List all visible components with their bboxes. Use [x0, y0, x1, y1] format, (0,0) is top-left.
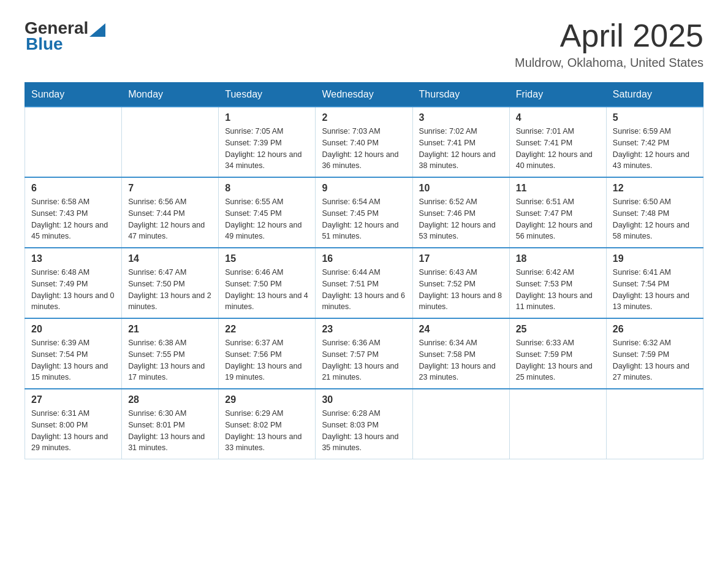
calendar-week-4: 20Sunrise: 6:39 AMSunset: 7:54 PMDayligh… — [25, 318, 703, 389]
day-number: 12 — [613, 183, 697, 194]
calendar-cell: 28Sunrise: 6:30 AMSunset: 8:01 PMDayligh… — [122, 389, 219, 459]
calendar-cell: 15Sunrise: 6:46 AMSunset: 7:50 PMDayligh… — [219, 248, 316, 318]
calendar-cell: 30Sunrise: 6:28 AMSunset: 8:03 PMDayligh… — [316, 389, 412, 459]
logo: General Blue — [25, 18, 105, 54]
calendar-cell: 18Sunrise: 6:42 AMSunset: 7:53 PMDayligh… — [509, 248, 606, 318]
calendar-cell: 10Sunrise: 6:52 AMSunset: 7:46 PMDayligh… — [412, 177, 509, 248]
day-info: Sunrise: 6:51 AMSunset: 7:47 PMDaylight:… — [516, 196, 600, 242]
calendar-week-3: 13Sunrise: 6:48 AMSunset: 7:49 PMDayligh… — [25, 248, 703, 318]
day-info: Sunrise: 6:31 AMSunset: 8:00 PMDaylight:… — [31, 408, 115, 454]
day-number: 8 — [225, 183, 309, 194]
day-number: 15 — [225, 253, 309, 264]
calendar-cell: 12Sunrise: 6:50 AMSunset: 7:48 PMDayligh… — [606, 177, 703, 248]
day-info: Sunrise: 6:56 AMSunset: 7:44 PMDaylight:… — [128, 196, 212, 242]
day-info: Sunrise: 6:29 AMSunset: 8:02 PMDaylight:… — [225, 408, 309, 454]
calendar-cell: 19Sunrise: 6:41 AMSunset: 7:54 PMDayligh… — [606, 248, 703, 318]
day-number: 16 — [322, 253, 406, 264]
day-info: Sunrise: 6:42 AMSunset: 7:53 PMDaylight:… — [516, 267, 600, 313]
day-header-wednesday: Wednesday — [316, 83, 412, 107]
calendar-cell: 26Sunrise: 6:32 AMSunset: 7:59 PMDayligh… — [606, 318, 703, 389]
calendar-cell: 13Sunrise: 6:48 AMSunset: 7:49 PMDayligh… — [25, 248, 122, 318]
day-header-friday: Friday — [509, 83, 606, 107]
day-number: 14 — [128, 253, 212, 264]
location-title: Muldrow, Oklahoma, United States — [515, 56, 703, 70]
month-title: April 2025 — [515, 18, 703, 53]
day-number: 30 — [322, 394, 406, 405]
day-info: Sunrise: 7:01 AMSunset: 7:41 PMDaylight:… — [516, 126, 600, 172]
day-number: 5 — [613, 112, 697, 123]
day-info: Sunrise: 6:30 AMSunset: 8:01 PMDaylight:… — [128, 408, 212, 454]
calendar-table: SundayMondayTuesdayWednesdayThursdayFrid… — [25, 82, 703, 459]
day-number: 22 — [225, 324, 309, 335]
day-number: 24 — [419, 324, 503, 335]
calendar-cell — [509, 389, 606, 459]
calendar-cell — [412, 389, 509, 459]
calendar-cell: 8Sunrise: 6:55 AMSunset: 7:45 PMDaylight… — [219, 177, 316, 248]
calendar-cell — [606, 389, 703, 459]
calendar-header-row: SundayMondayTuesdayWednesdayThursdayFrid… — [25, 83, 703, 107]
calendar-cell: 16Sunrise: 6:44 AMSunset: 7:51 PMDayligh… — [316, 248, 412, 318]
day-info: Sunrise: 6:37 AMSunset: 7:56 PMDaylight:… — [225, 337, 309, 383]
calendar-cell: 25Sunrise: 6:33 AMSunset: 7:59 PMDayligh… — [509, 318, 606, 389]
calendar-cell: 5Sunrise: 6:59 AMSunset: 7:42 PMDaylight… — [606, 107, 703, 177]
day-header-sunday: Sunday — [25, 83, 122, 107]
day-number: 13 — [31, 253, 115, 264]
day-info: Sunrise: 6:48 AMSunset: 7:49 PMDaylight:… — [31, 267, 115, 313]
day-number: 23 — [322, 324, 406, 335]
day-number: 7 — [128, 183, 212, 194]
day-info: Sunrise: 7:02 AMSunset: 7:41 PMDaylight:… — [419, 126, 503, 172]
calendar-cell: 20Sunrise: 6:39 AMSunset: 7:54 PMDayligh… — [25, 318, 122, 389]
day-number: 28 — [128, 394, 212, 405]
day-header-thursday: Thursday — [412, 83, 509, 107]
day-header-monday: Monday — [122, 83, 219, 107]
day-info: Sunrise: 6:54 AMSunset: 7:45 PMDaylight:… — [322, 196, 406, 242]
svg-marker-0 — [89, 23, 105, 37]
day-number: 29 — [225, 394, 309, 405]
day-info: Sunrise: 6:47 AMSunset: 7:50 PMDaylight:… — [128, 267, 212, 313]
day-number: 4 — [516, 112, 600, 123]
calendar-cell: 14Sunrise: 6:47 AMSunset: 7:50 PMDayligh… — [122, 248, 219, 318]
calendar-cell: 24Sunrise: 6:34 AMSunset: 7:58 PMDayligh… — [412, 318, 509, 389]
day-number: 25 — [516, 324, 600, 335]
day-info: Sunrise: 7:05 AMSunset: 7:39 PMDaylight:… — [225, 126, 309, 172]
day-number: 10 — [419, 183, 503, 194]
day-info: Sunrise: 6:34 AMSunset: 7:58 PMDaylight:… — [419, 337, 503, 383]
day-info: Sunrise: 6:44 AMSunset: 7:51 PMDaylight:… — [322, 267, 406, 313]
day-number: 1 — [225, 112, 309, 123]
day-number: 18 — [516, 253, 600, 264]
day-info: Sunrise: 6:52 AMSunset: 7:46 PMDaylight:… — [419, 196, 503, 242]
day-header-saturday: Saturday — [606, 83, 703, 107]
day-number: 26 — [613, 324, 697, 335]
calendar-cell: 23Sunrise: 6:36 AMSunset: 7:57 PMDayligh… — [316, 318, 412, 389]
day-info: Sunrise: 6:39 AMSunset: 7:54 PMDaylight:… — [31, 337, 115, 383]
day-number: 19 — [613, 253, 697, 264]
logo-icon — [89, 21, 105, 37]
day-info: Sunrise: 6:33 AMSunset: 7:59 PMDaylight:… — [516, 337, 600, 383]
title-area: April 2025 Muldrow, Oklahoma, United Sta… — [515, 18, 703, 70]
day-number: 6 — [31, 183, 115, 194]
day-info: Sunrise: 6:55 AMSunset: 7:45 PMDaylight:… — [225, 196, 309, 242]
day-info: Sunrise: 6:28 AMSunset: 8:03 PMDaylight:… — [322, 408, 406, 454]
calendar-week-2: 6Sunrise: 6:58 AMSunset: 7:43 PMDaylight… — [25, 177, 703, 248]
day-number: 27 — [31, 394, 115, 405]
calendar-cell: 29Sunrise: 6:29 AMSunset: 8:02 PMDayligh… — [219, 389, 316, 459]
day-info: Sunrise: 6:36 AMSunset: 7:57 PMDaylight:… — [322, 337, 406, 383]
calendar-cell — [25, 107, 122, 177]
day-info: Sunrise: 6:50 AMSunset: 7:48 PMDaylight:… — [613, 196, 697, 242]
calendar-cell: 21Sunrise: 6:38 AMSunset: 7:55 PMDayligh… — [122, 318, 219, 389]
day-number: 17 — [419, 253, 503, 264]
day-info: Sunrise: 6:59 AMSunset: 7:42 PMDaylight:… — [613, 126, 697, 172]
day-info: Sunrise: 6:58 AMSunset: 7:43 PMDaylight:… — [31, 196, 115, 242]
day-number: 21 — [128, 324, 212, 335]
page-header: General Blue April 2025 Muldrow, Oklahom… — [25, 18, 703, 70]
calendar-cell: 4Sunrise: 7:01 AMSunset: 7:41 PMDaylight… — [509, 107, 606, 177]
day-number: 20 — [31, 324, 115, 335]
calendar-cell: 11Sunrise: 6:51 AMSunset: 7:47 PMDayligh… — [509, 177, 606, 248]
calendar-cell: 17Sunrise: 6:43 AMSunset: 7:52 PMDayligh… — [412, 248, 509, 318]
day-info: Sunrise: 6:32 AMSunset: 7:59 PMDaylight:… — [613, 337, 697, 383]
calendar-cell: 7Sunrise: 6:56 AMSunset: 7:44 PMDaylight… — [122, 177, 219, 248]
calendar-cell: 2Sunrise: 7:03 AMSunset: 7:40 PMDaylight… — [316, 107, 412, 177]
calendar-cell: 6Sunrise: 6:58 AMSunset: 7:43 PMDaylight… — [25, 177, 122, 248]
calendar-week-5: 27Sunrise: 6:31 AMSunset: 8:00 PMDayligh… — [25, 389, 703, 459]
day-number: 11 — [516, 183, 600, 194]
